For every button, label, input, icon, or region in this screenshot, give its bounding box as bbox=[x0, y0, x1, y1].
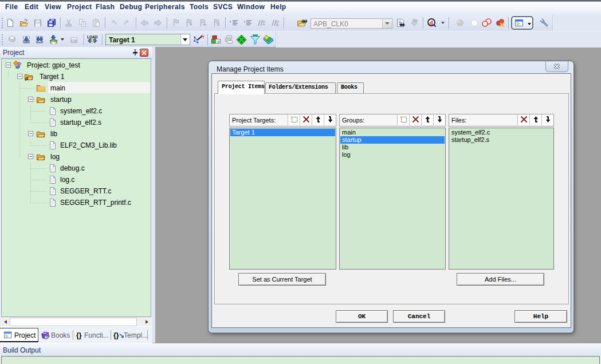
svg-text:?: ? bbox=[46, 335, 48, 339]
svg-text:d: d bbox=[430, 19, 433, 26]
